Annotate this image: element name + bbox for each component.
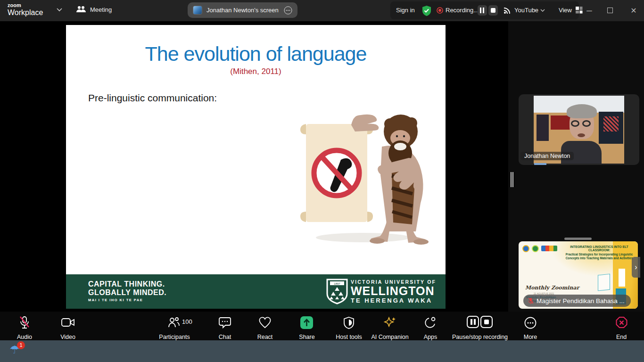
participants-icon — [76, 6, 86, 13]
screen-share-preview-icon — [193, 6, 202, 15]
person-mouth — [578, 133, 585, 137]
maximize-button[interactable] — [607, 8, 613, 13]
footer-tagline-3: MAI I TE IHO KI TE PAE — [88, 298, 166, 302]
share-icon — [300, 316, 313, 329]
topbar-right-group: Sign in Recording... YouTube View — [390, 1, 579, 19]
video-label: Video — [30, 334, 106, 340]
participant-name-label: Jonathan Newton — [520, 152, 574, 160]
pause-recording-button[interactable] — [478, 5, 487, 16]
zoom-title-bar: zoom Workplace Meeting Jonathan Newton's… — [0, 0, 644, 21]
end-button[interactable]: End — [606, 315, 636, 339]
shared-screen-pill[interactable]: Jonathan Newton's screen — [188, 2, 297, 18]
poster-outline-box — [598, 274, 610, 291]
video-button[interactable]: Video — [53, 315, 83, 339]
poster-red — [551, 115, 571, 130]
apps-button[interactable]: Apps — [415, 315, 446, 339]
poster-dark — [599, 112, 623, 144]
shared-slide: The evolution of language (Mithen, 2011)… — [66, 25, 446, 309]
weather-tray-icon[interactable]: ☂ 1 — [9, 343, 25, 359]
glasses-left — [571, 120, 579, 127]
minimize-button[interactable]: ─ — [579, 0, 600, 21]
ellipsis-menu-icon[interactable] — [284, 6, 292, 15]
chevron-down-icon[interactable] — [57, 8, 62, 12]
next-videos-chevron[interactable]: › — [632, 257, 640, 278]
sign-in-link[interactable]: Sign in — [396, 7, 415, 14]
meeting-tab[interactable]: Meeting — [76, 6, 112, 13]
poster-title: INTEGRATING LINGUISTICS INTO ELT CLASSRO… — [562, 245, 636, 252]
poster-logo-2 — [532, 245, 539, 252]
shield-icon — [343, 317, 355, 329]
footer-tagline-2: GLOBALLY MINDED. — [88, 288, 166, 297]
participants-count-badge: 100 — [182, 318, 192, 325]
shield-check-icon[interactable] — [421, 5, 432, 16]
more-label: More — [493, 334, 568, 340]
slide-title: The evolution of language — [66, 42, 446, 66]
meeting-content-area: The evolution of language (Mithen, 2011)… — [0, 21, 644, 312]
recording-dot-icon — [437, 7, 443, 14]
sparkle-icon — [383, 316, 396, 329]
recording-status-label: Recording... — [446, 7, 479, 14]
shared-screen-label: Jonathan Newton's screen — [206, 7, 279, 14]
thumbnail-drag-handle[interactable] — [564, 238, 592, 240]
poster-script-title: Monthly Zoominar — [525, 285, 579, 291]
chevron-down-icon[interactable] — [540, 9, 545, 12]
chat-icon — [219, 317, 231, 329]
participant-name-pill: Magister Pendidikan Bahasa ... — [523, 295, 631, 307]
video-tile-jonathan[interactable]: Jonathan Newton — [519, 94, 639, 165]
university-name-3: TE HERENGA WAKA — [351, 297, 436, 304]
poster-door-panel — [619, 269, 625, 287]
person-hair — [567, 104, 597, 118]
video-tile-magister[interactable]: INTEGRATING LINGUISTICS INTO ELT CLASSRO… — [519, 241, 638, 309]
mic-muted-icon — [528, 297, 534, 304]
caveman-illustration — [281, 104, 441, 246]
end-icon — [615, 316, 628, 329]
camera-icon — [61, 318, 74, 327]
windows-taskbar: ☂ 1 Search T — [0, 340, 644, 362]
participants-icon — [168, 317, 180, 328]
brand-workplace: Workplace — [8, 9, 43, 16]
audio-active-indicator — [534, 163, 546, 165]
meeting-tab-label: Meeting — [90, 6, 112, 13]
more-icon — [524, 317, 537, 329]
panel-resize-handle[interactable] — [511, 172, 512, 187]
zoom-workplace-logo: zoom Workplace — [8, 3, 43, 16]
slide-subtitle: (Mithen, 2011) — [66, 67, 446, 76]
panel-resize-handle[interactable] — [512, 172, 513, 187]
video-thumbnails-panel: Jonathan Newton INTEGRATING LINGUISTICS … — [508, 21, 644, 312]
poster-subtitle-2: Concepts into Teaching Materials and Act… — [562, 256, 636, 260]
end-label: End — [584, 334, 644, 340]
footer-tagline-1: CAPITAL THINKING. — [88, 280, 166, 288]
poster-logo-1 — [522, 245, 529, 252]
slide-footer: CAPITAL THINKING. GLOBALLY MINDED. MAI I… — [66, 274, 446, 309]
svg-text:1897: 1897 — [334, 282, 340, 285]
close-button[interactable]: ✕ — [623, 0, 644, 21]
apps-icon — [424, 317, 437, 329]
brand-zoom: zoom — [8, 3, 43, 8]
poster-kampus-merdeka-logo — [541, 246, 557, 251]
pause-recording-icon[interactable] — [467, 316, 479, 328]
slide-body-heading: Pre-linguistic communication: — [88, 92, 217, 104]
live-stream-icon — [504, 7, 511, 14]
stop-recording-button[interactable] — [488, 5, 498, 16]
glasses-right — [582, 120, 591, 127]
view-button-label[interactable]: View — [559, 7, 572, 14]
mic-muted-icon — [19, 316, 30, 329]
youtube-live-label[interactable]: YouTube — [514, 7, 538, 14]
more-button[interactable]: More — [515, 315, 545, 339]
university-shield-logo: 1897 — [326, 279, 348, 304]
participant-name-label: Magister Pendidikan Bahasa ... — [537, 297, 625, 304]
heart-icon — [259, 317, 271, 329]
notification-badge: 1 — [17, 341, 25, 349]
stop-recording-icon[interactable] — [480, 316, 493, 328]
poster-subtitle-1: Practical Strategies for Incorporating L… — [562, 253, 636, 256]
poster-left — [537, 115, 549, 141]
university-name-2: WELLINGTON — [351, 285, 436, 297]
zoom-meeting-toolbar: Audio ⌃ Video ⌃ 100 Participants ⌃ Chat … — [0, 312, 644, 340]
